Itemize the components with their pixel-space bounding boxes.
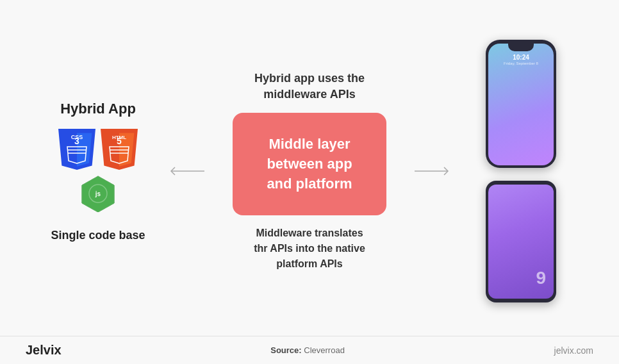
diagram-row: Hybrid App CSS 3	[0, 0, 619, 336]
right-section: 10:24 Friday, September 8 9	[457, 40, 585, 302]
main-container: Hybrid App CSS 3	[0, 0, 619, 364]
phone-ios-notch	[508, 44, 534, 51]
svg-text:3: 3	[74, 136, 79, 146]
hybrid-app-title: Hybrid App	[60, 101, 136, 117]
middle-section: Hybrid app uses the middleware APIs Midd…	[213, 70, 406, 272]
left-section: Hybrid App CSS 3	[34, 101, 162, 242]
tech-icons: CSS 3 HTML 5	[58, 129, 138, 212]
svg-text:5: 5	[117, 136, 122, 146]
svg-text:js: js	[95, 190, 101, 197]
footer: Jelvix Source: Cleverroad jelvix.com	[0, 336, 619, 364]
phone-android-screen: 9	[488, 185, 554, 299]
phone-ios-time: 10:24	[513, 54, 529, 61]
nodejs-icon: js	[79, 175, 117, 212]
middleware-box: Middle layer between app and platform	[233, 113, 386, 215]
css-html-row: CSS 3 HTML 5	[58, 129, 138, 170]
html5-icon: HTML 5	[101, 129, 138, 170]
css3-icon: CSS 3	[58, 129, 95, 170]
bottom-label: Middleware translates thr APIs into the …	[254, 226, 365, 272]
phone-ios-screen: 10:24 Friday, September 8	[488, 44, 554, 165]
source-credit: Source: Cleverroad	[270, 345, 345, 355]
brand-name: Jelvix	[26, 343, 62, 358]
middleware-box-text: Middle layer between app and platform	[267, 135, 352, 194]
phone-ios: 10:24 Friday, September 8	[486, 40, 556, 168]
left-arrow-icon	[169, 163, 207, 179]
phone-android: 9	[486, 181, 556, 302]
right-arrow-connector	[412, 163, 450, 179]
website-url: jelvix.com	[554, 345, 593, 356]
single-code-base: Single code base	[51, 229, 145, 242]
phone-android-num: 9	[536, 268, 546, 288]
source-label: Source:	[270, 345, 301, 355]
top-label: Hybrid app uses the middleware APIs	[254, 70, 365, 103]
right-arrow-icon	[412, 163, 450, 179]
source-value: Cleverroad	[304, 345, 345, 355]
phone-ios-date: Friday, September 8	[504, 62, 538, 65]
left-arrow-connector	[169, 163, 207, 179]
